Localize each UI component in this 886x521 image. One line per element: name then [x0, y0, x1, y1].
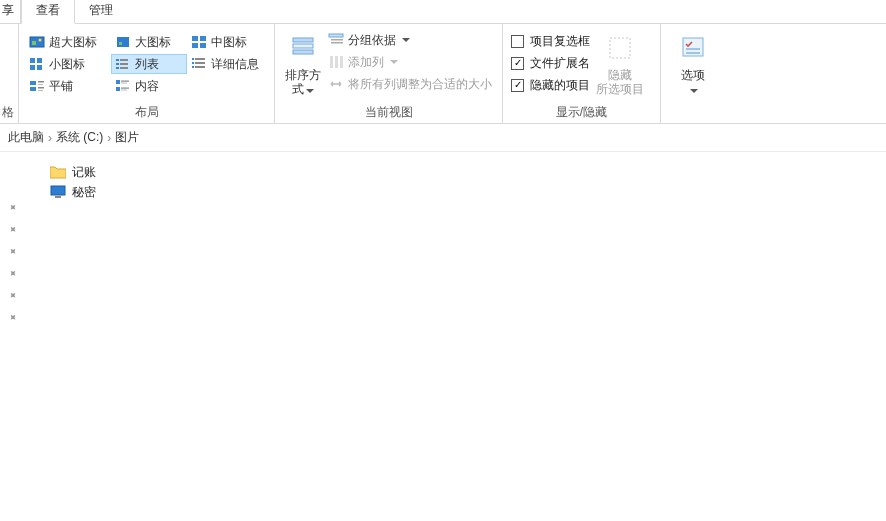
hide-selected-button[interactable]: 隐藏所选项目	[592, 28, 648, 100]
add-columns-button[interactable]: 添加列	[324, 52, 496, 72]
svg-rect-21	[116, 80, 120, 84]
svg-rect-36	[195, 66, 205, 68]
folder-icon	[50, 165, 66, 179]
content-area: 记账 秘密	[0, 152, 886, 521]
layout-list[interactable]: 列表	[111, 54, 187, 74]
layout-tiles-label: 平铺	[49, 78, 73, 95]
group-by-label: 分组依据	[348, 32, 396, 49]
pin-icon[interactable]	[5, 244, 22, 261]
options-button[interactable]: 选项	[667, 28, 719, 100]
item-checkboxes-toggle[interactable]: 项目复选框	[509, 30, 592, 52]
ribbon-group-layout: 超大图标 小图标 平铺	[19, 24, 275, 123]
tab-view[interactable]: 查看	[21, 0, 75, 24]
tab-manage-label: 管理	[89, 3, 113, 17]
tiles-icon	[29, 78, 45, 94]
tab-view-label: 查看	[36, 3, 60, 17]
svg-rect-3	[30, 58, 35, 63]
layout-group-label: 布局	[25, 102, 268, 123]
hidden-items-label: 隐藏的项目	[530, 77, 590, 94]
content-icon	[115, 78, 131, 94]
svg-rect-41	[331, 39, 343, 41]
breadcrumb-separator-icon: ›	[107, 131, 111, 145]
hide-label: 隐藏	[608, 68, 632, 82]
layout-content[interactable]: 内容	[111, 76, 187, 96]
layout-medium-icons[interactable]: 中图标	[187, 32, 273, 52]
quick-access-pins	[0, 152, 26, 521]
svg-rect-13	[117, 37, 129, 47]
layout-medium-label: 中图标	[211, 34, 247, 51]
tab-share-fragment[interactable]: 享	[0, 0, 21, 23]
svg-rect-33	[192, 62, 194, 64]
hidden-items-toggle[interactable]: 隐藏的项目	[509, 74, 592, 96]
file-extensions-toggle[interactable]: 文件扩展名	[509, 52, 592, 74]
svg-rect-24	[116, 87, 120, 91]
fit-columns-button[interactable]: 将所有列调整为合适的大小	[324, 74, 496, 94]
monitor-icon	[50, 185, 66, 199]
svg-rect-26	[121, 90, 127, 91]
layout-details[interactable]: 详细信息	[187, 54, 273, 74]
file-extensions-label: 文件扩展名	[530, 55, 590, 72]
svg-rect-34	[195, 62, 205, 64]
tab-manage[interactable]: 管理	[75, 0, 127, 23]
hide-selected-label: 所选项目	[596, 82, 644, 96]
list-item[interactable]: 记账	[46, 162, 886, 182]
svg-rect-45	[340, 56, 343, 68]
sort-by-button[interactable]: 排序方式	[281, 28, 324, 100]
svg-rect-29	[192, 43, 198, 48]
layout-content-label: 内容	[135, 78, 159, 95]
svg-rect-15	[116, 59, 119, 61]
svg-rect-4	[37, 58, 42, 63]
breadcrumb-folder[interactable]: 图片	[115, 129, 139, 146]
file-list[interactable]: 记账 秘密	[26, 152, 886, 521]
svg-rect-25	[121, 88, 129, 89]
svg-rect-48	[686, 48, 700, 50]
details-icon	[191, 56, 207, 72]
layout-tiles[interactable]: 平铺	[25, 76, 111, 96]
current-view-group-label: 当前视图	[281, 102, 496, 123]
group-by-button[interactable]: 分组依据	[324, 30, 496, 50]
svg-rect-5	[30, 65, 35, 70]
pin-icon[interactable]	[5, 222, 22, 239]
panes-group-label: 格	[2, 102, 14, 123]
svg-rect-37	[293, 38, 313, 42]
hide-icon	[604, 32, 636, 64]
svg-rect-30	[200, 43, 206, 48]
svg-rect-42	[331, 42, 343, 44]
pin-icon[interactable]	[5, 310, 22, 327]
ribbon-tabs: 享 查看 管理	[0, 0, 886, 24]
chevron-down-icon	[402, 38, 410, 42]
svg-rect-46	[610, 38, 630, 58]
layout-extra-large-label: 超大图标	[49, 34, 97, 51]
add-columns-icon	[328, 54, 344, 70]
svg-rect-22	[121, 81, 129, 82]
medium-icons-icon	[191, 34, 207, 50]
fit-columns-label: 将所有列调整为合适的大小	[348, 76, 492, 93]
breadcrumb-separator-icon: ›	[48, 131, 52, 145]
svg-rect-18	[120, 63, 128, 65]
breadcrumb-drive[interactable]: 系统 (C:)	[56, 129, 103, 146]
svg-rect-6	[37, 65, 42, 70]
pin-icon[interactable]	[5, 200, 22, 217]
ribbon-group-current-view: 排序方式 分组依据 添加列	[275, 24, 503, 123]
svg-rect-9	[38, 84, 43, 85]
svg-rect-16	[120, 59, 128, 61]
layout-large-icons[interactable]: 大图标	[111, 32, 187, 52]
pin-icon[interactable]	[5, 266, 22, 283]
file-name: 秘密	[72, 184, 96, 201]
svg-rect-1	[32, 41, 36, 45]
small-icons-icon	[29, 56, 45, 72]
list-item[interactable]: 秘密	[46, 182, 886, 202]
item-checkboxes-label: 项目复选框	[530, 33, 590, 50]
pin-icon[interactable]	[5, 288, 22, 305]
layout-small-label: 小图标	[49, 56, 85, 73]
breadcrumb[interactable]: 此电脑 › 系统 (C:) › 图片	[0, 124, 886, 152]
layout-extra-large-icons[interactable]: 超大图标	[25, 32, 111, 52]
svg-rect-44	[335, 56, 338, 68]
svg-rect-19	[116, 67, 119, 69]
breadcrumb-root[interactable]: 此电脑	[8, 129, 44, 146]
layout-small-icons[interactable]: 小图标	[25, 54, 111, 74]
chevron-down-icon	[690, 89, 698, 93]
add-columns-label: 添加列	[348, 54, 384, 71]
layout-list-label: 列表	[135, 56, 159, 73]
svg-rect-51	[55, 196, 61, 198]
